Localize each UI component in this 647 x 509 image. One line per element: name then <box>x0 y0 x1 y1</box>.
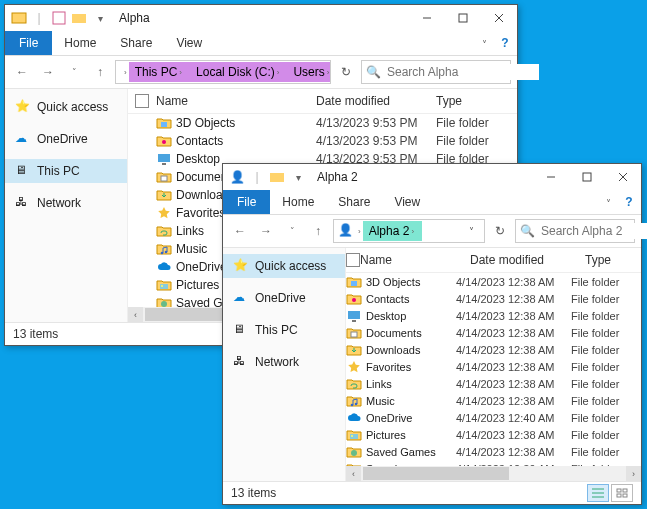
close-button[interactable] <box>605 164 641 190</box>
address-bar[interactable]: › This PC› Local Disk (C:)› Users› Alpha… <box>115 60 331 84</box>
ribbon-file-tab[interactable]: File <box>5 31 52 55</box>
column-type[interactable]: Type <box>585 253 641 267</box>
sidebar-item-quick-access[interactable]: ⭐Quick access <box>223 254 345 278</box>
svg-rect-29 <box>352 320 356 322</box>
file-list-pane[interactable]: Name Date modified Type 3D Objects4/14/2… <box>346 248 641 481</box>
nav-up-button[interactable]: ↑ <box>89 61 111 83</box>
sidebar-item-this-pc[interactable]: 🖥This PC <box>223 318 345 342</box>
ribbon-collapse-icon[interactable]: ˅ <box>599 190 617 216</box>
table-row[interactable]: Downloads4/14/2023 12:38 AMFile folder <box>346 341 641 358</box>
table-row[interactable]: OneDrive4/14/2023 12:40 AMFile folder <box>346 409 641 426</box>
nav-forward-button[interactable]: → <box>37 61 59 83</box>
details-view-icon[interactable] <box>587 484 609 502</box>
select-all-checkbox[interactable] <box>135 94 149 108</box>
sidebar-item-label: Quick access <box>37 100 108 114</box>
nav-row: ← → ˅ ↑ 👤 › Alpha 2› ˅ ↻ 🔍 <box>223 215 641 248</box>
ribbon-tab-view[interactable]: View <box>382 190 432 214</box>
sidebar-item-onedrive[interactable]: ☁OneDrive <box>223 286 345 310</box>
table-row[interactable]: Desktop4/14/2023 12:38 AMFile folder <box>346 307 641 324</box>
ribbon-file-tab[interactable]: File <box>223 190 270 214</box>
close-button[interactable] <box>481 5 517 31</box>
table-row[interactable]: Contacts4/13/2023 9:53 PMFile folder <box>128 132 517 150</box>
explorer-window-2[interactable]: 👤 | ▾ Alpha 2 File Home Share View ˅ ? ←… <box>222 163 642 505</box>
maximize-button[interactable] <box>445 5 481 31</box>
refresh-button[interactable]: ↻ <box>335 61 357 83</box>
breadcrumb-seg[interactable]: Local Disk (C:)› <box>190 62 287 82</box>
sidebar-item-network[interactable]: 🖧Network <box>223 350 345 374</box>
sidebar-item-this-pc[interactable]: 🖥This PC <box>5 159 127 183</box>
sidebar-item-onedrive[interactable]: ☁OneDrive <box>5 127 127 151</box>
ribbon-collapse-icon[interactable]: ˅ <box>475 31 493 57</box>
table-row[interactable]: Saved Games4/14/2023 12:38 AMFile folder <box>346 443 641 460</box>
star-icon: ⭐ <box>233 258 249 274</box>
sidebar-item-network[interactable]: 🖧Network <box>5 191 127 215</box>
qat-dropdown-icon[interactable]: ▾ <box>289 164 307 190</box>
search-box[interactable]: 🔍 <box>515 219 635 243</box>
scroll-thumb[interactable] <box>363 467 509 480</box>
nav-recent-dropdown[interactable]: ˅ <box>63 61 85 83</box>
address-dropdown-icon[interactable]: ˅ <box>463 226 480 237</box>
app-icon <box>11 10 27 26</box>
folder3d-icon <box>156 115 172 131</box>
titlebar[interactable]: 👤 | ▾ Alpha 2 <box>223 164 641 190</box>
table-row[interactable]: Links4/14/2023 12:38 AMFile folder <box>346 375 641 392</box>
svg-rect-23 <box>583 173 591 181</box>
breadcrumb-seg[interactable]: This PC› <box>129 62 190 82</box>
horizontal-scrollbar[interactable]: ‹ › <box>346 466 641 481</box>
chevron-right-icon[interactable]: › <box>122 68 129 77</box>
nav-back-button[interactable]: ← <box>229 220 251 242</box>
table-row[interactable]: Contacts4/14/2023 12:38 AMFile folder <box>346 290 641 307</box>
search-input[interactable] <box>385 64 539 80</box>
qat-folder-icon[interactable] <box>269 169 285 185</box>
nav-forward-button[interactable]: → <box>255 220 277 242</box>
sidebar-item-quick-access[interactable]: ⭐Quick access <box>5 95 127 119</box>
minimize-button[interactable] <box>409 5 445 31</box>
scroll-right-button[interactable]: › <box>626 466 641 481</box>
maximize-button[interactable] <box>569 164 605 190</box>
table-row[interactable]: Favorites4/14/2023 12:38 AMFile folder <box>346 358 641 375</box>
ribbon-help-icon[interactable]: ? <box>493 31 517 55</box>
games-icon <box>156 295 172 307</box>
large-icons-view-icon[interactable] <box>611 484 633 502</box>
select-all-checkbox[interactable] <box>346 253 360 267</box>
table-row[interactable]: 3D Objects4/14/2023 12:38 AMFile folder <box>346 273 641 290</box>
scroll-left-button[interactable]: ‹ <box>128 307 143 322</box>
column-name[interactable]: Name <box>360 253 470 267</box>
qat-folder-icon[interactable] <box>71 10 87 26</box>
nav-pane[interactable]: ⭐Quick access ☁OneDrive 🖥This PC 🖧Networ… <box>5 89 128 322</box>
nav-recent-dropdown[interactable]: ˅ <box>281 220 303 242</box>
ribbon-tab-home[interactable]: Home <box>52 31 108 55</box>
qat-dropdown-icon[interactable]: ▾ <box>91 5 109 31</box>
titlebar[interactable]: | ▾ Alpha <box>5 5 517 31</box>
column-headers[interactable]: Name Date modified Type <box>346 248 641 273</box>
ribbon-tab-share[interactable]: Share <box>326 190 382 214</box>
refresh-button[interactable]: ↻ <box>489 220 511 242</box>
nav-back-button[interactable]: ← <box>11 61 33 83</box>
ribbon-tab-home[interactable]: Home <box>270 190 326 214</box>
search-box[interactable]: 🔍 <box>361 60 511 84</box>
ribbon-tab-view[interactable]: View <box>164 31 214 55</box>
table-row[interactable]: Pictures4/14/2023 12:38 AMFile folder <box>346 426 641 443</box>
breadcrumb-seg[interactable]: Users› <box>287 62 331 82</box>
column-type[interactable]: Type <box>436 94 516 108</box>
ribbon-help-icon[interactable]: ? <box>617 190 641 214</box>
column-date[interactable]: Date modified <box>316 94 436 108</box>
column-name[interactable]: Name <box>156 94 316 108</box>
column-headers[interactable]: Name Date modified Type <box>128 89 517 114</box>
ribbon-tab-share[interactable]: Share <box>108 31 164 55</box>
column-date[interactable]: Date modified <box>470 253 585 267</box>
scroll-track[interactable] <box>361 466 626 481</box>
search-input[interactable] <box>539 223 647 239</box>
table-row[interactable]: Music4/14/2023 12:38 AMFile folder <box>346 392 641 409</box>
chevron-right-icon[interactable]: › <box>356 227 363 236</box>
breadcrumb-seg[interactable]: Alpha 2› <box>363 221 422 241</box>
nav-up-button[interactable]: ↑ <box>307 220 329 242</box>
links-icon <box>346 376 362 392</box>
minimize-button[interactable] <box>533 164 569 190</box>
nav-pane[interactable]: ⭐Quick access ☁OneDrive 🖥This PC 🖧Networ… <box>223 248 346 481</box>
table-row[interactable]: Documents4/14/2023 12:38 AMFile folder <box>346 324 641 341</box>
address-bar[interactable]: 👤 › Alpha 2› ˅ <box>333 219 485 243</box>
qat-properties-icon[interactable] <box>51 10 67 26</box>
scroll-left-button[interactable]: ‹ <box>346 466 361 481</box>
table-row[interactable]: 3D Objects4/13/2023 9:53 PMFile folder <box>128 114 517 132</box>
